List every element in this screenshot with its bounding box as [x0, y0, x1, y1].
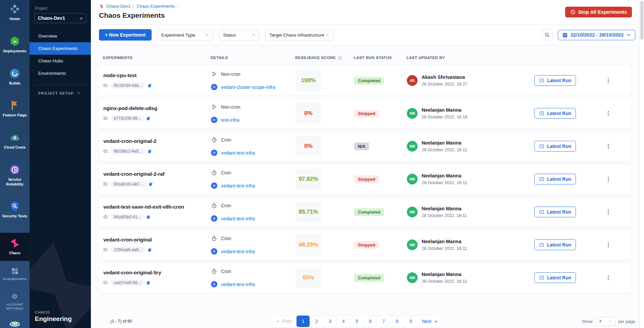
page-number-button[interactable]: 1	[297, 316, 310, 327]
status-badge: Stopped	[354, 175, 379, 183]
sidebar-item-feature-flags[interactable]: Feature Flags	[0, 100, 30, 118]
copy-icon[interactable]	[147, 247, 153, 253]
sidebar-item-account-settings[interactable]: ⚙ ACCOUNT SETTINGS	[0, 292, 30, 311]
experiment-type-icon	[211, 202, 217, 209]
experiment-name[interactable]: vedant-cron-original-2-raf	[103, 171, 211, 177]
copy-icon[interactable]	[146, 214, 151, 220]
latest-run-button[interactable]: Latest Run	[534, 174, 576, 184]
updated-timestamp: 28 October 2022, 16:11	[422, 147, 467, 152]
latest-run-button[interactable]: Latest Run	[534, 141, 576, 152]
row-menu-button[interactable]	[585, 77, 632, 84]
page-number-button[interactable]: 5	[350, 316, 364, 327]
copy-icon[interactable]	[147, 149, 153, 154]
next-page-button[interactable]: Next	[417, 316, 442, 327]
experiment-id: b773c335-99...	[111, 115, 144, 121]
column-header-resilience-score: RESILIENCE SCORE	[295, 55, 354, 60]
experiment-name[interactable]: vedant-cron-original-5ry	[103, 270, 211, 275]
infrastructure-link[interactable]: vedant-test-infra	[221, 216, 255, 221]
page-number-button[interactable]: 7	[377, 316, 390, 327]
experiment-type-filter[interactable]: Experiment Type	[157, 30, 213, 41]
date-range-picker[interactable]: 22/10/2022 - 28/10/2022	[558, 30, 635, 40]
copy-icon[interactable]	[146, 116, 151, 121]
latest-run-button[interactable]: Latest Run	[534, 272, 576, 283]
copy-icon[interactable]	[148, 181, 154, 187]
sidebar-item-home[interactable]: Home	[0, 3, 30, 21]
kubernetes-icon	[211, 84, 217, 90]
row-menu-button[interactable]	[585, 143, 632, 150]
page-number-button[interactable]: 2	[310, 316, 323, 327]
experiment-name[interactable]: vedant-test-save-nd-exit-v8h-cron	[103, 204, 211, 210]
experiment-name[interactable]: node-cpu-test	[103, 72, 211, 78]
infrastructure-link[interactable]: vedant-test-infra	[221, 183, 255, 188]
sidebar-item-dashboards[interactable]: DASHBOARDS	[0, 267, 30, 281]
per-page-select[interactable]: 7	[596, 317, 615, 326]
stop-all-experiments-button[interactable]: Stop All Experiments	[565, 7, 632, 17]
kubernetes-icon	[211, 281, 217, 287]
search-button[interactable]	[542, 30, 553, 40]
infrastructure-link[interactable]: vedant-test-infra	[221, 282, 255, 287]
prev-page-button[interactable]: Prev	[272, 316, 297, 327]
infrastructure-link[interactable]: vedant-cluster-scope-infra	[221, 85, 275, 90]
row-menu-button[interactable]	[585, 242, 632, 248]
vertical-scrollbar[interactable]	[639, 0, 644, 328]
breadcrumb-project-link[interactable]: Chaos-Dev1	[106, 4, 130, 9]
row-menu-button[interactable]	[585, 209, 632, 215]
status-badge: Completed	[354, 77, 384, 85]
copy-icon[interactable]	[146, 280, 151, 285]
run-play-icon	[539, 176, 544, 182]
experiment-type-label: Cron	[221, 137, 231, 143]
avatar: NM	[407, 174, 418, 184]
page-number-button[interactable]: 3	[323, 316, 337, 327]
page-number-button[interactable]: 9	[404, 316, 417, 327]
row-menu-button[interactable]	[585, 110, 632, 117]
experiment-name[interactable]: vedant-cron-original	[103, 237, 211, 242]
project-setup-toggle[interactable]: PROJECT SETUP	[30, 85, 91, 96]
kubernetes-icon	[211, 215, 217, 222]
latest-run-button[interactable]: Latest Run	[534, 75, 576, 86]
row-menu-button[interactable]	[585, 176, 632, 182]
column-header-experiments: EXPERIMENTS	[103, 56, 211, 60]
sidebar-item-cloud-costs[interactable]: $ Cloud Costs	[0, 132, 30, 150]
sidebar-item-security-tests[interactable]: Security Tests	[0, 201, 30, 219]
page-number-button[interactable]: 6	[364, 316, 377, 327]
sidebar-item-chaos-hubs[interactable]: Chaos Hubs	[30, 55, 91, 67]
breadcrumb-page-link[interactable]: Chaos Experiments	[137, 4, 175, 9]
sidebar-item-service-reliability[interactable]: Service Reliability	[0, 164, 30, 187]
experiment-name[interactable]: vedant-cron-original-2	[103, 138, 211, 144]
resilience-score: 0%	[296, 103, 321, 124]
resilience-score: 100%	[296, 70, 321, 91]
latest-run-button[interactable]: Latest Run	[534, 207, 576, 217]
experiment-name[interactable]: nginx-pod-delete-u8sg	[103, 105, 211, 111]
pager: Prev 1 2 3 4 5 6 7 8 9 Next	[271, 315, 443, 327]
expand-icon[interactable]: »	[80, 15, 83, 21]
latest-run-button[interactable]: Latest Run	[534, 239, 576, 250]
infrastructure-link[interactable]: vedant-test-infra	[221, 150, 255, 156]
user-name: Neelanjan Manna	[422, 173, 467, 178]
target-chaos-infrastructure-filter[interactable]: Target Chaos Infrastructure	[265, 30, 334, 41]
row-menu-button[interactable]	[585, 275, 632, 281]
copy-icon[interactable]	[147, 83, 153, 88]
sidebar-item-deployments[interactable]: ∞ Deployments	[0, 36, 30, 54]
infrastructure-link[interactable]: test-infra	[221, 117, 239, 123]
page-number-button[interactable]: 4	[337, 316, 350, 327]
scrollbar-thumb[interactable]	[640, 1, 643, 40]
sidebar-item-chaos-experiments[interactable]: Chaos Experiments	[30, 42, 91, 55]
info-icon[interactable]	[338, 55, 342, 60]
module-nav-rail: Home ∞ Deployments Builds Feature Flags …	[0, 0, 30, 328]
user-name: Neelanjan Manna	[422, 107, 468, 113]
status-filter[interactable]: Status	[219, 30, 260, 41]
latest-run-button[interactable]: Latest Run	[534, 108, 576, 119]
new-experiment-button[interactable]: + New Experiment	[99, 29, 152, 41]
arrow-right-icon	[433, 319, 438, 324]
sidebar-item-builds[interactable]: Builds	[0, 68, 30, 86]
project-selector[interactable]: Chaos-Dev1 »	[34, 13, 86, 23]
user-avatar[interactable]: NM	[10, 322, 20, 327]
run-play-icon	[539, 78, 544, 83]
sidebar-item-overview[interactable]: Overview	[30, 30, 91, 42]
cloud-costs-icon: $	[9, 132, 20, 143]
sidebar-item-chaos[interactable]: Chaos	[0, 233, 30, 261]
sidebar-item-environments[interactable]: Environments	[30, 67, 91, 79]
page-number-button[interactable]: 8	[390, 316, 404, 327]
run-play-icon	[539, 209, 544, 215]
infrastructure-link[interactable]: vedant-test-infra	[221, 249, 255, 254]
